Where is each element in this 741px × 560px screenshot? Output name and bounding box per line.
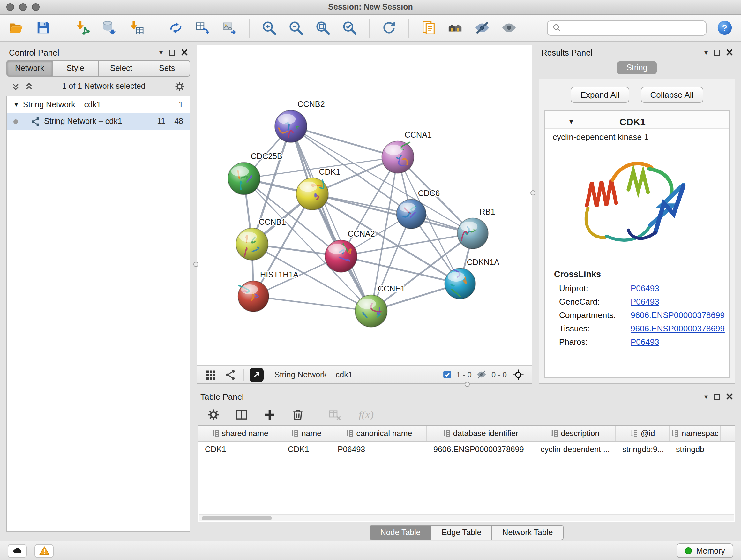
horizontal-scrollbar[interactable] — [199, 514, 734, 521]
fit-content-button[interactable] — [511, 368, 525, 381]
network-node-CCNA2[interactable] — [325, 240, 357, 272]
birdseye-view-button[interactable] — [223, 368, 238, 381]
network-node-CDKN1A[interactable] — [445, 268, 475, 299]
network-edge-CCNB2-CCNA1[interactable] — [291, 126, 398, 157]
column-header-description[interactable]: description — [534, 426, 616, 441]
column-header-name[interactable]: name — [281, 426, 331, 441]
close-button[interactable] — [6, 3, 14, 11]
splitter-handle[interactable] — [465, 382, 470, 387]
network-node-CCNA1[interactable] — [382, 141, 414, 173]
tree-expand-icon[interactable]: ▼ — [13, 102, 19, 108]
minimize-button[interactable] — [19, 3, 27, 11]
network-node-HIST1H1A[interactable] — [238, 281, 269, 312]
help-button[interactable]: ? — [716, 19, 733, 37]
gene-entry-header[interactable]: ▼ CDK1 — [545, 111, 729, 129]
annotations-button[interactable] — [420, 19, 437, 37]
network-canvas[interactable]: CCNB2CCNA1CDC25BCDK1CDC6RB1CCNB1CCNA2CDK… — [197, 45, 532, 365]
column-header-database-identifier[interactable]: database identifier — [427, 426, 534, 441]
warnings-button[interactable] — [35, 544, 54, 558]
cloud-status-button[interactable] — [8, 544, 27, 558]
refresh-button[interactable] — [381, 19, 398, 37]
collapse-all-icon[interactable] — [11, 82, 20, 90]
close-panel-icon[interactable] — [181, 49, 188, 56]
column-header--id[interactable]: @id — [616, 426, 670, 441]
crosslink-value[interactable]: P06493 — [630, 337, 659, 347]
hidden-eye-icon[interactable] — [476, 369, 487, 380]
add-column-icon[interactable] — [263, 408, 276, 422]
crosslink-value[interactable]: P06493 — [630, 297, 659, 307]
network-node-CDK1[interactable] — [296, 178, 328, 210]
merge-networks-button[interactable] — [167, 19, 185, 37]
network-collection-row[interactable]: ▼ String Network – cdk1 1 — [7, 97, 190, 113]
tab-node-table[interactable]: Node Table — [369, 524, 431, 540]
collapse-all-button[interactable]: Collapse All — [641, 87, 703, 103]
selected-checkbox-icon[interactable] — [442, 370, 452, 379]
tab-network-table[interactable]: Network Table — [492, 524, 563, 540]
show-all-button[interactable] — [500, 19, 518, 37]
float-panel-icon[interactable] — [714, 394, 720, 399]
table-settings-gear-icon[interactable] — [207, 408, 220, 422]
expand-all-button[interactable]: Expand All — [571, 87, 629, 103]
column-header-shared-name[interactable]: shared name — [199, 426, 281, 441]
toolbar-search[interactable] — [547, 20, 706, 36]
tab-select[interactable]: Select — [98, 60, 145, 77]
zoom-out-button[interactable] — [287, 19, 305, 37]
network-node-CCNB2[interactable] — [275, 110, 307, 142]
detach-view-button[interactable] — [250, 368, 264, 381]
tab-string[interactable]: String — [617, 61, 657, 74]
export-image-icon — [221, 20, 238, 36]
network-node-CDC25B[interactable] — [228, 163, 260, 195]
import-network-database-button[interactable] — [101, 19, 118, 37]
scrollbar-thumb[interactable] — [202, 516, 272, 520]
tab-edge-table[interactable]: Edge Table — [431, 524, 492, 540]
column-header-canonical-name[interactable]: canonical name — [331, 426, 427, 441]
splitter-handle[interactable] — [193, 261, 199, 266]
open-session-button[interactable] — [8, 19, 25, 37]
function-builder-label: f(x) — [359, 408, 374, 421]
close-panel-icon[interactable] — [726, 393, 733, 400]
zoom-window-button[interactable] — [32, 3, 40, 11]
expand-all-icon[interactable] — [25, 82, 33, 90]
show-columns-icon[interactable] — [235, 408, 248, 422]
tab-network[interactable]: Network — [6, 60, 53, 77]
network-edge-CCNB2-CCNE1[interactable] — [291, 126, 371, 311]
panel-menu-icon[interactable]: ▾ — [704, 393, 708, 400]
search-input[interactable] — [565, 23, 701, 32]
crosslink-row: Pharos:P06493 — [545, 335, 729, 349]
home-views-button[interactable] — [447, 19, 464, 37]
float-panel-icon[interactable] — [714, 50, 720, 55]
gear-icon[interactable] — [174, 81, 185, 91]
network-edge-CCNA2-CDKN1A[interactable] — [341, 256, 460, 284]
save-session-button[interactable] — [35, 19, 52, 37]
tab-sets[interactable]: Sets — [145, 60, 191, 77]
network-node-RB1[interactable] — [457, 218, 488, 249]
grid-view-button[interactable] — [204, 368, 218, 381]
panel-menu-icon[interactable]: ▾ — [159, 49, 163, 56]
zoom-selected-button[interactable] — [341, 19, 358, 37]
network-from-table-button[interactable] — [194, 19, 211, 37]
crosslink-value[interactable]: 9606.ENSP00000378699 — [630, 310, 725, 320]
import-table-button[interactable] — [128, 19, 145, 37]
zoom-in-button[interactable] — [260, 19, 278, 37]
collapse-entry-icon[interactable]: ▼ — [568, 118, 575, 125]
tab-style[interactable]: Style — [53, 60, 99, 77]
memory-button[interactable]: Memory — [677, 543, 733, 558]
close-panel-icon[interactable] — [726, 49, 733, 56]
crosslink-value[interactable]: 9606.ENSP00000378699 — [630, 324, 725, 333]
zoom-fit-button[interactable] — [314, 19, 331, 37]
hide-selected-button[interactable] — [474, 19, 491, 37]
network-row[interactable]: String Network – cdk1 11 48 — [7, 113, 190, 130]
table-row[interactable]: CDK1CDK1P064939606.ENSP00000378699cyclin… — [199, 442, 735, 457]
network-node-CDC6[interactable] — [397, 199, 426, 229]
float-panel-icon[interactable] — [169, 50, 175, 55]
network-node-CCNB1[interactable] — [236, 228, 268, 260]
import-network-file-button[interactable] — [74, 19, 91, 37]
network-node-CCNE1[interactable] — [355, 295, 387, 327]
network-edge-HIST1H1A-CCNE1[interactable] — [253, 296, 371, 311]
delete-column-icon[interactable] — [291, 408, 305, 422]
column-header-namespac[interactable]: namespac — [670, 426, 721, 441]
panel-menu-icon[interactable]: ▾ — [704, 49, 708, 56]
export-image-button[interactable] — [221, 19, 238, 37]
crosslink-value[interactable]: P06493 — [630, 284, 659, 293]
splitter-handle[interactable] — [530, 191, 536, 196]
